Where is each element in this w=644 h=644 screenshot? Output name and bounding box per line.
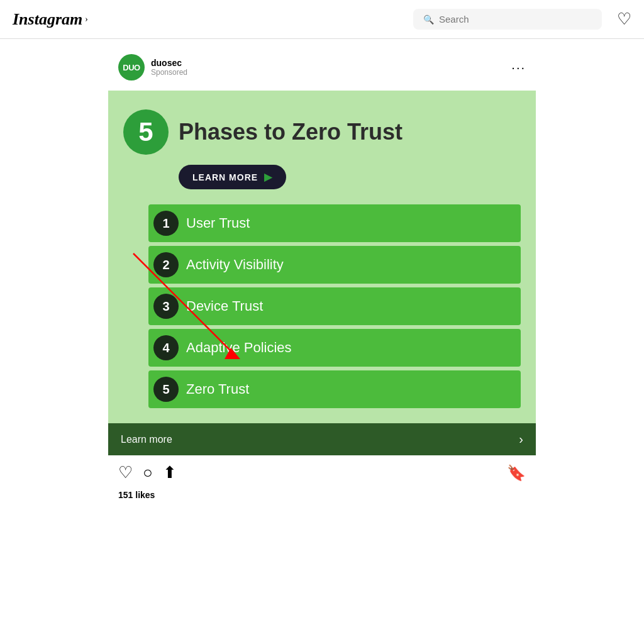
- learn-more-top-label: LEARN MORE: [192, 172, 258, 182]
- phase-number-3: 3: [162, 299, 169, 314]
- big-number-circle: 5: [123, 109, 169, 155]
- phase-list: 1 User Trust 2 Activity Visibility 3 Dev…: [123, 204, 521, 408]
- post-sponsored-label: Sponsored: [151, 68, 511, 77]
- ad-image: 5 Phases to Zero Trust LEARN MORE ▶ 1 Us…: [108, 91, 536, 423]
- phase-circle-5: 5: [153, 377, 179, 402]
- phase-circle-1: 1: [153, 211, 179, 236]
- ad-footer-bar[interactable]: Learn more ›: [108, 423, 536, 455]
- post-username[interactable]: duosec: [151, 58, 511, 68]
- search-input[interactable]: [439, 14, 592, 25]
- phase-number-4: 4: [162, 341, 169, 355]
- phase-item-5: 5 Zero Trust: [148, 370, 521, 408]
- post-header: DUO duosec Sponsored ···: [108, 49, 536, 86]
- phase-number-5: 5: [162, 382, 169, 397]
- comment-button[interactable]: ○: [143, 463, 153, 482]
- ad-title-row: 5 Phases to Zero Trust: [123, 109, 521, 155]
- phase-item-1: 1 User Trust: [148, 204, 521, 242]
- notifications-icon[interactable]: ♡: [617, 9, 631, 29]
- phase-label-2: Activity Visibility: [186, 257, 284, 273]
- learn-more-top-button[interactable]: LEARN MORE ▶: [179, 165, 286, 189]
- app-header: Instagram › 🔍 ♡: [0, 0, 644, 39]
- likes-count: 151 likes: [108, 490, 536, 500]
- phase-number-1: 1: [162, 216, 169, 231]
- avatar[interactable]: DUO: [118, 54, 145, 80]
- search-bar[interactable]: 🔍: [413, 9, 602, 30]
- phase-circle-2: 2: [153, 252, 179, 277]
- phase-circle-4: 4: [153, 335, 179, 360]
- app-logo[interactable]: Instagram ›: [13, 10, 406, 29]
- bookmark-button[interactable]: 🔖: [507, 464, 526, 482]
- post-container: DUO duosec Sponsored ··· 5 Phases to Zer…: [108, 39, 536, 510]
- phase-label-5: Zero Trust: [186, 381, 249, 397]
- avatar-text: DUO: [123, 63, 140, 72]
- search-icon: 🔍: [423, 14, 434, 25]
- logo-text: Instagram: [13, 10, 82, 29]
- ad-title: Phases to Zero Trust: [179, 119, 402, 145]
- like-button[interactable]: ♡: [118, 463, 133, 482]
- phase-item-3: 3 Device Trust: [148, 287, 521, 325]
- post-more-button[interactable]: ···: [511, 60, 526, 75]
- post-actions: ♡ ○ ⬆ 🔖: [108, 455, 536, 490]
- logo-chevron-icon[interactable]: ›: [85, 14, 88, 25]
- big-number: 5: [138, 117, 153, 147]
- share-button[interactable]: ⬆: [163, 463, 177, 482]
- phase-label-1: User Trust: [186, 215, 250, 231]
- phase-item-4: 4 Adaptive Policies: [148, 329, 521, 367]
- ad-footer-chevron-icon: ›: [519, 432, 523, 447]
- phase-item-2: 2 Activity Visibility: [148, 246, 521, 284]
- phase-circle-3: 3: [153, 294, 179, 319]
- phase-label-4: Adaptive Policies: [186, 340, 292, 356]
- learn-more-arrow-icon: ▶: [264, 171, 272, 183]
- phase-label-3: Device Trust: [186, 298, 263, 314]
- ad-footer-learn-label: Learn more: [121, 434, 172, 445]
- post-account: duosec Sponsored: [151, 58, 511, 77]
- phase-number-2: 2: [162, 258, 169, 272]
